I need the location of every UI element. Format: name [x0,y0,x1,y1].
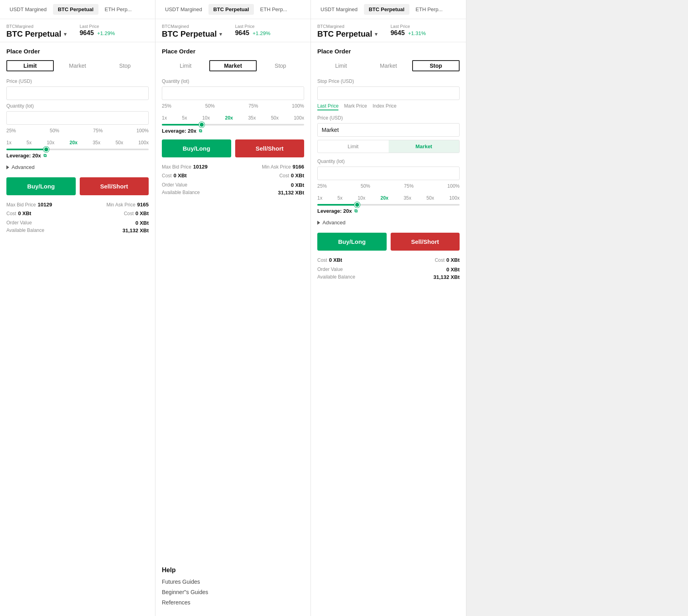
nav-usdt-margined-2[interactable]: USDT Margined [160,4,207,15]
pct-100-2[interactable]: 100% [292,103,304,109]
nav-eth-perp-2[interactable]: ETH Perp... [256,4,292,15]
help-futures-guides[interactable]: Futures Guides [162,579,304,585]
pair-name-1[interactable]: BTC Perpetual ▼ [6,29,68,39]
price-type-tabs-3: Limit Market [317,140,460,153]
external-link-icon-1[interactable]: ⧉ [43,153,47,158]
trigger-index-price-3[interactable]: Index Price [373,103,397,110]
cost-sell-label-3: Cost [435,257,445,263]
lev-5x-3[interactable]: 5x [338,195,343,201]
pct-25-1[interactable]: 25% [6,128,16,133]
tab-limit-1[interactable]: Limit [6,60,54,71]
pair-name-2[interactable]: BTC Perpetual ▼ [162,29,223,39]
pct-50-1[interactable]: 50% [50,128,59,133]
external-link-icon-2[interactable]: ⧉ [199,128,202,133]
order-value-val-3: 0 XBt [446,267,460,273]
trigger-last-price-3[interactable]: Last Price [317,103,338,110]
advanced-row-3[interactable]: Advanced [317,220,460,226]
nav-btc-perpetual-1[interactable]: BTC Perpetual [53,4,98,15]
tab-market-2[interactable]: Market [209,60,257,71]
lev-1x-3[interactable]: 1x [317,195,322,201]
nav-usdt-margined-3[interactable]: USDT Margined [316,4,362,15]
help-title: Help [162,567,304,574]
tab-stop-1[interactable]: Stop [101,60,149,71]
qty-input-1[interactable] [6,111,149,125]
lev-20x-2[interactable]: 20x [225,115,233,121]
stop-panel: USDT Margined BTC Perpetual ETH Perp... … [311,0,466,616]
external-link-icon-3[interactable]: ⧉ [354,208,358,214]
lev-100x-1[interactable]: 100x [138,140,149,145]
max-bid-label-2: Max Bid Price [162,164,191,170]
price-input-1[interactable] [6,86,149,100]
lev-50x-3[interactable]: 50x [427,195,434,201]
chevron-down-icon-3: ▼ [374,31,379,37]
available-val-2: 31,132 XBt [278,190,304,196]
pair-name-3[interactable]: BTC Perpetual ▼ [317,29,379,39]
lev-10x-2[interactable]: 10x [202,115,210,121]
cost-buy-val-2: 0 XBt [173,173,187,179]
last-price-label-3: Last Price [391,24,426,29]
pct-75-1[interactable]: 75% [93,128,103,133]
lev-35x-2[interactable]: 35x [248,115,256,121]
sell-short-button-3[interactable]: Sell/Short [391,233,460,251]
lev-5x-2[interactable]: 5x [182,115,187,121]
tab-stop-3[interactable]: Stop [412,60,460,71]
price-change-3: +1.31% [408,30,426,36]
last-price-value-2: 9645 [235,29,250,36]
pct-50-2[interactable]: 50% [205,103,215,109]
tab-limit-2[interactable]: Limit [162,60,209,71]
sell-short-button-2[interactable]: Sell/Short [235,139,305,157]
pct-25-2[interactable]: 25% [162,103,171,109]
nav-btc-perpetual-3[interactable]: BTC Perpetual [364,4,409,15]
leverage-slider-1[interactable] [6,149,149,150]
lev-5x-1[interactable]: 5x [27,140,32,145]
lev-100x-3[interactable]: 100x [449,195,460,201]
pct-row-1: 25% 50% 75% 100% [6,128,149,133]
nav-eth-perp-3[interactable]: ETH Perp... [411,4,448,15]
leverage-slider-3[interactable] [317,204,460,206]
nav-btc-perpetual-2[interactable]: BTC Perpetual [208,4,254,15]
advanced-row-1[interactable]: Advanced [6,164,149,170]
buy-long-button-3[interactable]: Buy/Long [317,233,387,251]
buy-long-button-1[interactable]: Buy/Long [6,177,76,195]
trigger-mark-price-3[interactable]: Mark Price [344,103,367,110]
pct-75-2[interactable]: 75% [249,103,258,109]
buy-long-button-2[interactable]: Buy/Long [162,139,231,157]
pct-100-3[interactable]: 100% [447,183,460,189]
pct-50-3[interactable]: 50% [361,183,370,189]
lev-35x-1[interactable]: 35x [92,140,100,145]
lev-35x-3[interactable]: 35x [403,195,411,201]
qty-input-3[interactable] [317,167,460,180]
lev-1x-1[interactable]: 1x [6,140,12,145]
tab-limit-3[interactable]: Limit [317,60,365,71]
last-price-value-1: 9645 [80,29,94,36]
tab-market-3[interactable]: Market [365,60,412,71]
help-references[interactable]: References [162,599,304,606]
lev-50x-1[interactable]: 50x [116,140,123,145]
nav-usdt-margined-1[interactable]: USDT Margined [5,4,51,15]
tab-market-1[interactable]: Market [54,60,101,71]
lev-100x-2[interactable]: 100x [294,115,304,121]
price-type-limit-3[interactable]: Limit [318,140,389,153]
help-beginner-guides[interactable]: Beginner"s Guides [162,589,304,595]
lev-20x-1[interactable]: 20x [69,140,77,145]
pct-75-3[interactable]: 75% [404,183,414,189]
pct-100-1[interactable]: 100% [136,128,149,133]
qty-input-2[interactable] [162,86,304,100]
tab-stop-2[interactable]: Stop [257,60,304,71]
leverage-slider-2[interactable] [162,124,304,126]
available-label-1: Available Balance [6,228,44,233]
pct-25-3[interactable]: 25% [317,183,327,189]
nav-eth-perp-1[interactable]: ETH Perp... [100,4,137,15]
lev-50x-2[interactable]: 50x [271,115,279,121]
price-type-market-3[interactable]: Market [389,140,460,153]
lev-10x-1[interactable]: 10x [47,140,54,145]
lev-20x-3[interactable]: 20x [380,195,388,201]
min-ask-val-1: 9165 [137,202,149,208]
stop-price-input-3[interactable] [317,86,460,100]
price-input-3[interactable] [317,123,460,137]
lev-10x-3[interactable]: 10x [358,195,365,201]
advanced-label-3: Advanced [322,220,346,226]
order-value-label-1: Order Value [6,220,32,226]
lev-1x-2[interactable]: 1x [162,115,167,121]
sell-short-button-1[interactable]: Sell/Short [80,177,149,195]
